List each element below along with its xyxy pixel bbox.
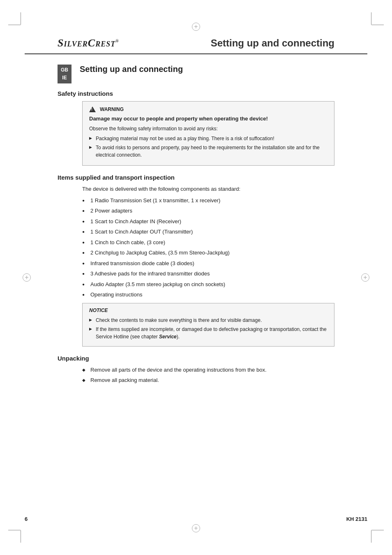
- crop-mark: [371, 530, 371, 543]
- country-gb: GB: [61, 66, 68, 74]
- registration-mark-top: [192, 23, 200, 31]
- product-code: KH 2131: [346, 516, 367, 522]
- warning-header: WARNING: [89, 106, 327, 112]
- unpacking-item: Remove all packing material.: [82, 376, 334, 384]
- safety-section-title: Safety instructions: [58, 90, 334, 97]
- page: SilverCrest® Setting up and connecting G…: [0, 0, 392, 555]
- supplied-item: Operating instructions: [82, 291, 334, 299]
- unpacking-title: Unpacking: [58, 355, 334, 362]
- supplied-item: 2 Power adapters: [82, 207, 334, 215]
- notice-item: Check the contents to make sure everythi…: [89, 317, 327, 324]
- crop-mark: [8, 530, 21, 530]
- warning-main-text: Damage may occur to people and property …: [89, 116, 327, 122]
- warning-item: To avoid risks to persons and property, …: [89, 144, 327, 159]
- crop-mark: [21, 530, 21, 543]
- items-supplied-list: 1 Radio Transmission Set (1 x transmitte…: [82, 197, 334, 299]
- supplied-item: 1 Cinch to Cinch cable, (3 core): [82, 238, 334, 247]
- brand-logo: SilverCrest®: [58, 37, 150, 49]
- supplied-item: 1 Scart to Cinch Adapter OUT (Transmitte…: [82, 228, 334, 236]
- country-badge: GB IE: [58, 65, 71, 83]
- crop-mark: [371, 530, 384, 530]
- service-bold: Service: [159, 334, 177, 340]
- supplied-item: 3 Adhesive pads for the infrared transmi…: [82, 270, 334, 278]
- page-footer: 6 KH 2131: [25, 516, 367, 522]
- supplied-item: 2 Cinchplug to Jackplug Cables, (3.5 mm …: [82, 249, 334, 257]
- brand-trademark: ®: [115, 39, 119, 43]
- supplied-item: 1 Scart to Cinch Adapter IN (Receiver): [82, 217, 334, 226]
- supplied-item: 1 Radio Transmission Set (1 x transmitte…: [82, 197, 334, 205]
- crop-mark: [21, 12, 21, 25]
- supplied-item: Infrared transmission diode cable (3 dio…: [82, 259, 334, 268]
- notice-box: NOTICE Check the contents to make sure e…: [82, 303, 334, 347]
- notice-label: NOTICE: [89, 308, 327, 313]
- crop-mark: [371, 25, 384, 25]
- items-supplied-title: Items supplied and transport inspection: [58, 174, 334, 181]
- warning-triangle-icon: [89, 106, 96, 112]
- page-number: 6: [25, 516, 28, 522]
- warning-box: WARNING Damage may occur to people and p…: [82, 101, 334, 166]
- crop-mark: [8, 25, 21, 25]
- registration-mark-left: [23, 273, 31, 282]
- brand-silver: Silver: [58, 37, 88, 49]
- warning-intro: Observe the following safety information…: [89, 125, 327, 132]
- country-ie: IE: [61, 74, 68, 82]
- page-section-title: Setting up and connecting: [58, 62, 334, 74]
- notice-item-text: If the items supplied are incomplete, or…: [96, 326, 327, 340]
- unpacking-item: Remove all parts of the device and the o…: [82, 366, 334, 374]
- brand-crest: Crest: [88, 37, 115, 49]
- registration-mark-right: [361, 273, 369, 282]
- warning-label: WARNING: [100, 106, 124, 112]
- notice-item: If the items supplied are incomplete, or…: [89, 326, 327, 340]
- main-content: GB IE Setting up and connecting Safety i…: [25, 54, 367, 404]
- notice-list: Check the contents to make sure everythi…: [89, 317, 327, 340]
- header-title: Setting up and connecting: [150, 37, 334, 49]
- unpacking-list: Remove all parts of the device and the o…: [82, 366, 334, 384]
- warning-item: Packaging material may not be used as a …: [89, 135, 327, 142]
- items-supplied-intro: The device is delivered with the followi…: [82, 185, 334, 193]
- section-header: GB IE Setting up and connecting: [58, 62, 334, 83]
- supplied-item: Audio Adapter (3.5 mm stereo jackplug on…: [82, 280, 334, 289]
- crop-mark: [371, 12, 371, 25]
- warning-list: Packaging material may not be used as a …: [89, 135, 327, 159]
- registration-mark-bottom: [192, 524, 200, 532]
